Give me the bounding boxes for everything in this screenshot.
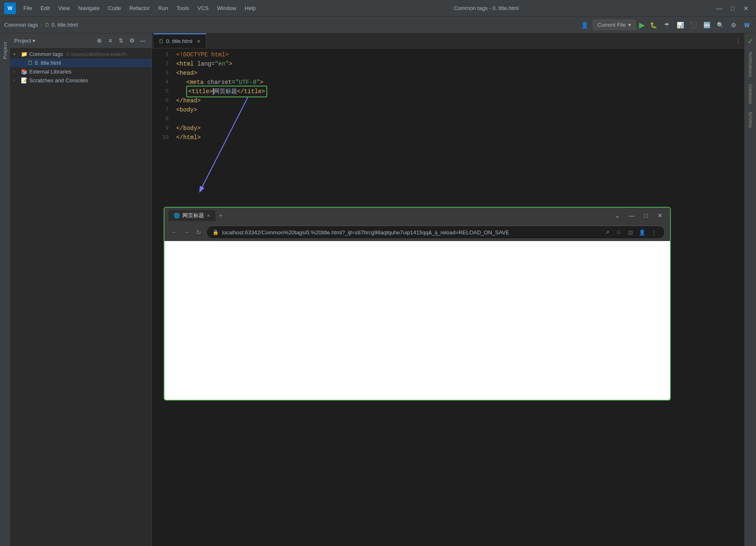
panel-settings-icon[interactable]: ⚙ xyxy=(127,36,137,45)
browser-url-actions: ↗ ☆ ⊡ 👤 ⋮ xyxy=(602,227,659,237)
tag-token: </head> xyxy=(176,96,201,105)
menu-tools[interactable]: Tools xyxy=(173,3,192,13)
editor-tab-active[interactable]: 🗒 0. title.html ✕ xyxy=(154,33,206,48)
code-line-9: </body> xyxy=(173,124,744,133)
code-line-7: <body> xyxy=(173,105,744,114)
tree-item-root[interactable]: ▾ 📁 Common tags C:\Users\13600\front-end… xyxy=(10,50,152,58)
sciview-label[interactable]: SciView xyxy=(746,108,755,131)
tree-item-file[interactable]: 🗒 0. title.html xyxy=(10,58,152,67)
project-header-icons: ⊕ ≡ ⇅ ⚙ — xyxy=(95,36,147,45)
html-file-icon: 🗒 xyxy=(28,60,33,66)
window-controls: — □ ✕ xyxy=(713,3,752,14)
settings-button[interactable]: ⚙ xyxy=(728,20,738,30)
breadcrumb-root[interactable]: Common tags xyxy=(4,22,38,28)
tree-item-scratches[interactable]: › 📝 Scratches and Consoles xyxy=(10,76,152,85)
browser-bookmark-icon[interactable]: ☆ xyxy=(614,227,624,237)
browser-tab-favicon: 🌐 xyxy=(174,213,180,218)
maximize-button[interactable]: □ xyxy=(727,3,738,14)
title-highlight-box: <title>网页标题</title> xyxy=(186,86,267,97)
browser-reload-button[interactable]: ↻ xyxy=(195,228,203,236)
browser-pip-icon[interactable]: ⊡ xyxy=(625,227,635,237)
browser-tab-title: 网页标题 xyxy=(182,212,204,219)
browser-minimize-button[interactable]: — xyxy=(626,210,637,221)
code-line-3: <head> xyxy=(173,69,744,78)
main-layout: Project Project ▾ ⊕ ≡ ⇅ ⚙ — ▾ 📁 Common t… xyxy=(0,33,756,546)
tag-token: </html> xyxy=(176,133,201,142)
chevron-right-icon: › xyxy=(13,69,19,74)
browser-chevron-icon[interactable]: ⌄ xyxy=(612,210,623,221)
run-button[interactable]: ▶ xyxy=(639,20,645,30)
chevron-right-icon: › xyxy=(13,78,19,83)
browser-url-bar[interactable]: 🔒 localhost:63342/Common%20tags/0.%20tit… xyxy=(206,226,665,239)
menu-vcs[interactable]: VCS xyxy=(194,3,212,13)
menu-window[interactable]: Window xyxy=(214,3,240,13)
menu-refactor[interactable]: Refactor xyxy=(126,3,153,13)
browser-profile-icon[interactable]: 👤 xyxy=(637,227,647,237)
panel-collapse-icon[interactable]: — xyxy=(138,36,147,45)
breadcrumb-file[interactable]: 🗒 0. title.html xyxy=(45,22,78,28)
browser-lock-icon: 🔒 xyxy=(212,229,219,235)
menu-view[interactable]: View xyxy=(55,3,73,13)
menu-help[interactable]: Help xyxy=(241,3,259,13)
new-element-icon[interactable]: ⊕ xyxy=(95,36,104,45)
menu-code[interactable]: Code xyxy=(105,3,124,13)
code-line-2: <html lang= "en" > xyxy=(173,59,744,69)
browser-forward-button[interactable]: → xyxy=(182,228,191,236)
line-num-5: 5 xyxy=(152,87,169,96)
code-line-6: </head> xyxy=(173,96,744,105)
project-panel-strip[interactable]: Project xyxy=(0,33,10,546)
minimize-button[interactable]: — xyxy=(713,3,725,14)
browser-url-text: localhost:63342/Common%20tags/0.%20title… xyxy=(222,229,599,236)
tree-item-label: Scratches and Consoles xyxy=(29,77,88,84)
debug-button[interactable]: 🐛 xyxy=(648,20,658,30)
close-button[interactable]: ✕ xyxy=(740,3,752,14)
browser-share-icon[interactable]: ↗ xyxy=(602,227,612,237)
project-panel-label[interactable]: Project xyxy=(3,42,8,59)
breadcrumb: Common tags › 🗒 0. title.html xyxy=(4,22,78,28)
browser-back-button[interactable]: ← xyxy=(169,228,179,236)
str-token: "en" xyxy=(215,59,229,69)
checkmark-icon: ✓ xyxy=(746,35,755,48)
tag-token: <html xyxy=(176,59,194,69)
notifications-label[interactable]: Notifications xyxy=(746,48,755,80)
tab-menu-icon[interactable]: ⋮ xyxy=(732,38,744,44)
project-dropdown-icon[interactable]: Project ▾ xyxy=(14,38,35,44)
tree-item-label: Common tags xyxy=(29,51,63,57)
title-content: 网页标题 xyxy=(214,87,237,96)
tag-token: </body> xyxy=(176,124,201,133)
webstorm-icon[interactable]: W xyxy=(742,20,752,30)
menu-navigate[interactable]: Navigate xyxy=(75,3,103,13)
tab-close-icon[interactable]: ✕ xyxy=(197,38,201,44)
tag-token: <body> xyxy=(176,105,197,114)
menu-run[interactable]: Run xyxy=(155,3,172,13)
attr-token: lang= xyxy=(194,59,215,69)
layout-icon[interactable]: ≡ xyxy=(106,36,115,45)
database-label[interactable]: Database xyxy=(746,81,755,107)
browser-tab-active[interactable]: 🌐 网页标题 ✕ xyxy=(169,210,215,221)
translate-button[interactable]: 🔤 xyxy=(702,20,712,30)
browser-new-tab-button[interactable]: + xyxy=(217,212,224,219)
browser-maximize-button[interactable]: □ xyxy=(640,210,652,221)
current-file-button[interactable]: Current File ▾ xyxy=(593,20,636,30)
browser-close-button[interactable]: ✕ xyxy=(654,210,666,221)
profile-button[interactable]: 📊 xyxy=(675,20,685,30)
right-sidebar: ✓ Notifications Database SciView xyxy=(744,33,756,546)
stop-button[interactable]: ⬛ xyxy=(688,20,698,30)
line-num-1: 1 xyxy=(152,50,169,59)
sort-icon[interactable]: ⇅ xyxy=(116,36,126,45)
menu-edit[interactable]: Edit xyxy=(37,3,53,13)
current-file-chevron-icon: ▾ xyxy=(628,22,631,28)
browser-more-icon[interactable]: ⋮ xyxy=(649,227,659,237)
search-button[interactable]: 🔍 xyxy=(715,20,725,30)
browser-tab-area: 🌐 网页标题 ✕ + xyxy=(169,210,608,221)
line-num-4: 4 xyxy=(152,78,169,87)
folder-icon: 📁 xyxy=(21,51,28,57)
browser-tab-close-icon[interactable]: ✕ xyxy=(207,213,210,218)
menu-file[interactable]: File xyxy=(20,3,35,13)
user-icon[interactable]: 👤 xyxy=(579,20,589,30)
scratches-icon: 📝 xyxy=(21,77,28,84)
current-file-label: Current File xyxy=(597,22,626,28)
breadcrumb-separator: › xyxy=(40,22,42,28)
coverage-button[interactable]: ☂ xyxy=(662,20,672,30)
tree-item-external-libs[interactable]: › 📚 External Libraries xyxy=(10,67,152,76)
